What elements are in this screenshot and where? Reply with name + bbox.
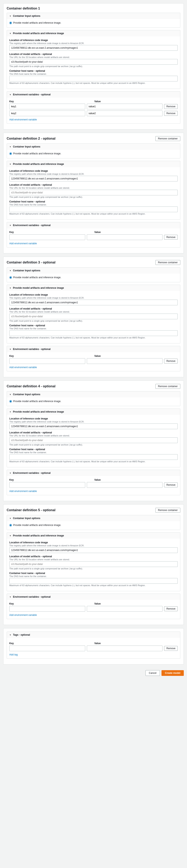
container-hostname-input-3[interactable] [9,330,178,336]
container-section-3: Container definition 3 - optionalRemove … [3,257,184,377]
env-value-input-3-0[interactable] [87,358,163,364]
tags-table-header: Key Value [9,642,178,645]
artifacts-header-3[interactable]: ▼Provide model artifacts and inference i… [7,285,180,291]
env-vars-section-1: ▼Environment variables - optionalKeyValu… [7,91,180,124]
cancel-button[interactable]: Cancel [145,670,160,676]
add-env-var-link-2[interactable]: Add environment variable [9,242,37,245]
remove-container-button-2[interactable]: Remove container [155,136,180,141]
env-value-input-1-1[interactable] [87,111,163,116]
env-value-input-4-0[interactable] [87,482,163,488]
env-key-input-5-0[interactable] [9,606,85,612]
radio-artifacts-inference-2[interactable] [9,152,12,155]
env-vars-header-2[interactable]: ▼Environment variables - optional [7,222,180,228]
artifacts-content-3: Location of inference code image The reg… [7,291,180,343]
artifacts-content-1: Location of inference code image The reg… [7,36,180,89]
model-artifacts-tar-hint-2: The path must point to a single gzip com… [9,196,178,198]
artifacts-header-4[interactable]: ▼Provide model artifacts and inference i… [7,409,180,415]
add-env-var-link-5[interactable]: Add environment variable [9,614,37,616]
env-value-input-1-0[interactable] [87,104,163,109]
env-key-col-1: Key [9,100,93,103]
container-hostname-input-4[interactable] [9,454,178,460]
radio-group-1: Provide model artifacts and inference im… [9,22,178,24]
inference-image-input-4[interactable] [9,424,178,429]
env-vars-section-2: ▼Environment variables - optionalKeyValu… [7,222,180,248]
container-title-2: Container definition 2 - optional [7,137,55,141]
model-artifacts-input-3[interactable] [9,314,178,319]
env-vars-header-1[interactable]: ▼Environment variables - optional [7,92,180,98]
model-artifacts-tar-hint-3: The path must point to a single gzip com… [9,320,178,322]
artifacts-header-1[interactable]: ▼Provide model artifacts and inference i… [7,30,180,36]
remove-container-button-3[interactable]: Remove container [155,260,180,265]
model-artifacts-input-5[interactable] [9,561,178,567]
env-vars-header-3[interactable]: ▼Environment variables - optional [7,346,180,352]
artifacts-header-2[interactable]: ▼Provide model artifacts and inference i… [7,161,180,167]
env-key-input-3-0[interactable] [9,358,85,364]
tag-value-input[interactable] [87,646,163,651]
model-artifacts-input-4[interactable] [9,437,178,443]
radio-artifacts-inference-5[interactable] [9,524,12,527]
input-options-arrow-icon-3: ▼ [9,270,11,272]
input-options-title-3: Container Input options [13,269,40,272]
radio-artifacts-inference-1[interactable] [9,22,12,24]
model-artifacts-input-1[interactable] [9,59,178,65]
container-header-1: Container definition 1 [7,7,180,10]
artifacts-section-2: ▼Provide model artifacts and inference i… [7,161,180,220]
container-hostname-input-1[interactable] [9,76,178,82]
env-table-header-1: KeyValue [9,100,178,103]
add-env-var-link-1[interactable]: Add environment variable [9,118,37,121]
model-artifacts-label-1: Location of model artifacts - optional [9,53,178,56]
env-key-input-1-0[interactable] [9,104,85,109]
inference-image-input-5[interactable] [9,547,178,553]
container-hostname-field-5: Container host name - optional The DNS h… [9,572,178,587]
artifacts-title-3: Provide model artifacts and inference im… [13,286,64,289]
env-key-input-4-0[interactable] [9,482,85,488]
container-hostname-label-1: Container host name - optional [9,69,178,72]
inference-image-input-3[interactable] [9,300,178,305]
container-header-3: Container definition 3 - optionalRemove … [7,260,180,265]
add-env-var-link-4[interactable]: Add environment variable [9,490,37,493]
env-vars-header-4[interactable]: ▼Environment variables - optional [7,470,180,476]
container-hostname-input-5[interactable] [9,578,178,584]
env-table-header-2: KeyValue [9,231,178,234]
env-vars-section-4: ▼Environment variables - optionalKeyValu… [7,470,180,495]
input-options-header-3[interactable]: ▼Container Input options [7,268,180,274]
artifacts-header-5[interactable]: ▼Provide model artifacts and inference i… [7,533,180,539]
artifacts-arrow-icon-1: ▼ [9,32,11,35]
remove-container-button-4[interactable]: Remove container [155,384,180,389]
add-tag-link[interactable]: Add tag [9,653,18,656]
env-remove-button-4-0[interactable]: Remove [164,483,178,487]
env-key-input-2-0[interactable] [9,235,85,240]
env-remove-button-1-1[interactable]: Remove [164,111,178,116]
input-options-header-5[interactable]: ▼Container Input options [7,515,180,521]
container-title-3: Container definition 3 - optional [7,261,55,264]
input-options-header-2[interactable]: ▼Container Input options [7,144,180,150]
tags-collapsible-header[interactable]: ▼ Tags - optional [7,632,180,638]
input-options-header-4[interactable]: ▼Container Input options [7,391,180,397]
env-remove-button-5-0[interactable]: Remove [164,606,178,611]
env-key-input-1-1[interactable] [9,111,85,116]
input-options-header-1[interactable]: ▼Container Input options [7,13,180,19]
tag-remove-button[interactable]: Remove [164,646,178,651]
radio-artifacts-inference-4[interactable] [9,400,12,403]
env-value-input-2-0[interactable] [87,235,163,240]
add-env-var-link-3[interactable]: Add environment variable [9,366,37,369]
inference-image-input-2[interactable] [9,176,178,181]
env-remove-button-2-0[interactable]: Remove [164,235,178,240]
container-hostname-input-2[interactable] [9,207,178,212]
inference-image-input-1[interactable] [9,45,178,51]
input-options-arrow-icon-1: ▼ [9,15,11,17]
radio-label-5: Provide model artifacts and inference im… [13,524,61,527]
alphanumeric-hint-1: Maximum of 63 alphanumeric characters. C… [9,82,178,84]
env-remove-button-3-0[interactable]: Remove [164,359,178,364]
model-artifacts-input-2[interactable] [9,190,178,195]
env-value-input-5-0[interactable] [87,606,163,612]
create-model-button[interactable]: Create model [161,670,184,676]
remove-container-button-5[interactable]: Remove container [155,508,180,513]
input-options-content-5: Provide model artifacts and inference im… [7,521,180,530]
env-vars-header-5[interactable]: ▼Environment variables - optional [7,594,180,600]
tag-key-input[interactable] [9,646,85,651]
env-remove-button-1-0[interactable]: Remove [164,104,178,109]
alphanumeric-hint-4: Maximum of 63 alphanumeric characters. C… [9,460,178,463]
radio-artifacts-inference-3[interactable] [9,276,12,279]
container-section-1: Container definition 1▼Container Input o… [3,3,184,129]
